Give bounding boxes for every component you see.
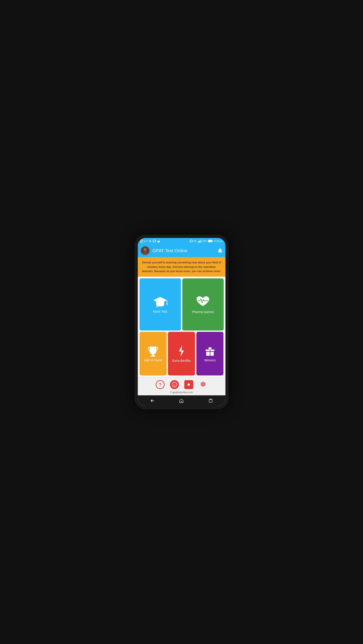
svg-point-30 — [156, 306, 158, 307]
footer-bar: ? ★ — [138, 377, 226, 395]
android-icon — [157, 240, 160, 242]
svg-rect-43 — [210, 399, 212, 400]
bolt-icon — [177, 345, 186, 357]
help-button[interactable]: ? — [155, 380, 165, 390]
back-button[interactable] — [148, 396, 157, 405]
favorites-button[interactable]: ★ — [184, 380, 194, 390]
svg-rect-17 — [200, 240, 200, 242]
avatar-image — [141, 246, 150, 255]
svg-marker-26 — [153, 297, 167, 304]
home-button[interactable] — [177, 396, 186, 405]
footer-icons-row: ? ★ — [155, 380, 208, 390]
heart-ecg-icon — [195, 295, 211, 308]
svg-rect-42 — [209, 400, 212, 402]
svg-rect-16 — [198, 241, 199, 242]
time-display: 10:46 pm — [214, 240, 223, 242]
profile-button[interactable] — [170, 380, 180, 390]
status-left-icons — [140, 240, 160, 242]
svg-rect-32 — [150, 356, 156, 357]
mortarboard-icon — [152, 296, 168, 308]
battery-icon — [208, 240, 213, 242]
svg-point-41 — [172, 382, 177, 387]
pharma-games-card[interactable]: Pharma Games — [182, 278, 224, 331]
bottom-card-row: Hall of Fame Extra Benifits — [140, 332, 224, 376]
svg-point-40 — [175, 384, 175, 384]
svg-point-6 — [150, 241, 151, 242]
gift-icon — [204, 346, 216, 357]
hall-of-fame-card[interactable]: Hall of Fame — [140, 332, 167, 376]
code2-icon — [153, 240, 156, 242]
phone-device: 4G 91% 10:46 pm GPAT Test Online — [135, 235, 228, 409]
vibrate-icon — [190, 240, 193, 242]
trophy-icon — [148, 346, 158, 357]
svg-line-8 — [157, 240, 158, 240]
winners-label: Winners — [204, 358, 216, 362]
mock-test-card[interactable]: Mock Test — [140, 278, 181, 331]
code-icon — [144, 240, 148, 242]
extra-benefits-card[interactable]: Extra Benifits — [168, 332, 195, 376]
top-card-row: Mock Test Pharma Games — [140, 278, 224, 331]
phone-screen: 4G 91% 10:46 pm GPAT Test Online — [138, 238, 226, 406]
bookmark-icon — [140, 240, 143, 242]
svg-rect-5 — [150, 241, 150, 242]
svg-rect-12 — [190, 240, 192, 242]
status-right-info: 4G 91% 10:46 pm — [190, 240, 223, 242]
svg-rect-15 — [198, 242, 198, 242]
pharma-games-label: Pharma Games — [192, 310, 214, 314]
copyright-text: © gpattestonline.com — [170, 391, 193, 394]
svg-point-39 — [173, 384, 174, 384]
svg-point-38 — [172, 382, 177, 387]
battery-percent: 91% — [203, 240, 207, 242]
usb-icon — [148, 240, 152, 242]
quote-banner: Devote yourself to learning something ne… — [138, 257, 226, 276]
mock-test-label: Mock Test — [153, 310, 167, 313]
svg-line-9 — [160, 240, 160, 240]
hall-of-fame-label: Hall of Fame — [144, 358, 162, 362]
svg-rect-22 — [208, 240, 211, 242]
app-header: GPAT Test Online — [138, 244, 226, 257]
signal-label: 4G — [194, 240, 196, 242]
svg-point-24 — [144, 248, 147, 251]
notification-bell-icon[interactable] — [218, 248, 223, 253]
status-bar: 4G 91% 10:46 pm — [138, 238, 226, 244]
svg-rect-31 — [152, 354, 154, 356]
svg-point-10 — [158, 242, 158, 242]
android-nav-bar — [138, 395, 226, 406]
quote-text: Devote yourself to learning something ne… — [142, 261, 221, 273]
app-title: GPAT Test Online — [152, 248, 215, 253]
svg-rect-21 — [212, 240, 213, 242]
svg-rect-19 — [201, 240, 202, 242]
main-content: Mock Test Pharma Games — [138, 276, 226, 378]
svg-rect-18 — [200, 240, 201, 242]
face-circle-icon — [170, 380, 179, 389]
winners-card[interactable]: Winners — [196, 332, 224, 376]
question-circle-icon: ? — [156, 380, 164, 389]
svg-point-28 — [166, 304, 168, 304]
recents-button[interactable] — [206, 396, 215, 405]
svg-marker-33 — [179, 345, 184, 357]
extra-benefits-label: Extra Benifits — [172, 359, 190, 362]
svg-point-11 — [159, 242, 159, 242]
gear-icon — [198, 380, 208, 389]
avatar[interactable] — [140, 246, 150, 255]
star-rect-icon: ★ — [184, 380, 193, 389]
signal-bars-icon — [198, 240, 202, 242]
settings-button[interactable] — [198, 380, 208, 390]
